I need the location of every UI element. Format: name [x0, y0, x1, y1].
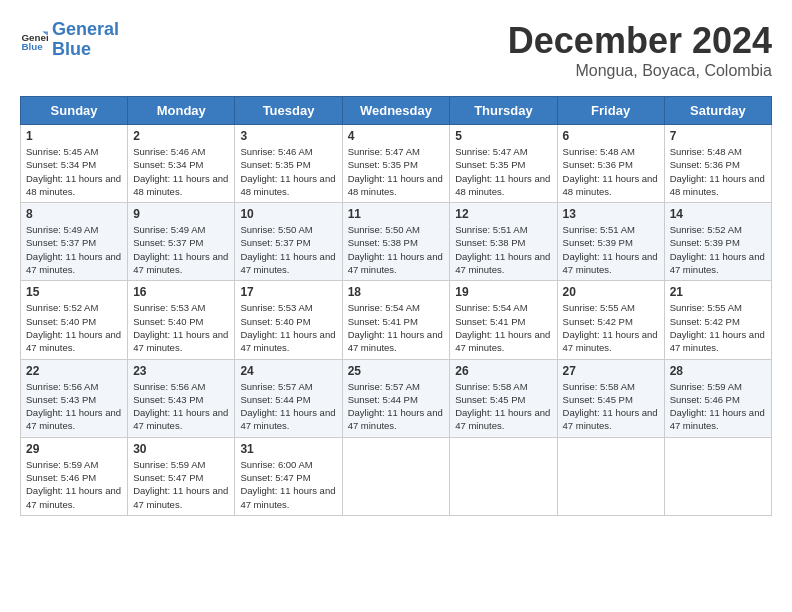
day-number: 14 — [670, 207, 766, 221]
cell-info: Sunrise: 5:49 AM Sunset: 5:37 PM Dayligh… — [26, 223, 122, 276]
day-number: 16 — [133, 285, 229, 299]
calendar-cell: 13 Sunrise: 5:51 AM Sunset: 5:39 PM Dayl… — [557, 203, 664, 281]
calendar-cell — [664, 437, 771, 515]
cell-info: Sunrise: 5:50 AM Sunset: 5:37 PM Dayligh… — [240, 223, 336, 276]
day-of-week-header: Monday — [128, 97, 235, 125]
cell-info: Sunrise: 5:55 AM Sunset: 5:42 PM Dayligh… — [563, 301, 659, 354]
day-number: 31 — [240, 442, 336, 456]
calendar-cell: 22 Sunrise: 5:56 AM Sunset: 5:43 PM Dayl… — [21, 359, 128, 437]
day-number: 17 — [240, 285, 336, 299]
calendar-week-row: 1 Sunrise: 5:45 AM Sunset: 5:34 PM Dayli… — [21, 125, 772, 203]
cell-info: Sunrise: 5:48 AM Sunset: 5:36 PM Dayligh… — [670, 145, 766, 198]
day-number: 24 — [240, 364, 336, 378]
day-number: 25 — [348, 364, 445, 378]
day-number: 11 — [348, 207, 445, 221]
calendar-cell — [342, 437, 450, 515]
calendar-cell: 7 Sunrise: 5:48 AM Sunset: 5:36 PM Dayli… — [664, 125, 771, 203]
cell-info: Sunrise: 5:53 AM Sunset: 5:40 PM Dayligh… — [240, 301, 336, 354]
cell-info: Sunrise: 5:46 AM Sunset: 5:35 PM Dayligh… — [240, 145, 336, 198]
day-number: 5 — [455, 129, 551, 143]
title-block: December 2024 Mongua, Boyaca, Colombia — [508, 20, 772, 80]
calendar-cell: 25 Sunrise: 5:57 AM Sunset: 5:44 PM Dayl… — [342, 359, 450, 437]
calendar-cell: 30 Sunrise: 5:59 AM Sunset: 5:47 PM Dayl… — [128, 437, 235, 515]
calendar-cell: 17 Sunrise: 5:53 AM Sunset: 5:40 PM Dayl… — [235, 281, 342, 359]
day-number: 15 — [26, 285, 122, 299]
cell-info: Sunrise: 6:00 AM Sunset: 5:47 PM Dayligh… — [240, 458, 336, 511]
calendar-cell: 31 Sunrise: 6:00 AM Sunset: 5:47 PM Dayl… — [235, 437, 342, 515]
calendar-cell: 16 Sunrise: 5:53 AM Sunset: 5:40 PM Dayl… — [128, 281, 235, 359]
calendar-week-row: 15 Sunrise: 5:52 AM Sunset: 5:40 PM Dayl… — [21, 281, 772, 359]
cell-info: Sunrise: 5:46 AM Sunset: 5:34 PM Dayligh… — [133, 145, 229, 198]
cell-info: Sunrise: 5:45 AM Sunset: 5:34 PM Dayligh… — [26, 145, 122, 198]
cell-info: Sunrise: 5:57 AM Sunset: 5:44 PM Dayligh… — [348, 380, 445, 433]
page-header: General Blue General Blue December 2024 … — [20, 20, 772, 80]
month-title: December 2024 — [508, 20, 772, 62]
day-number: 21 — [670, 285, 766, 299]
cell-info: Sunrise: 5:51 AM Sunset: 5:39 PM Dayligh… — [563, 223, 659, 276]
calendar-cell: 29 Sunrise: 5:59 AM Sunset: 5:46 PM Dayl… — [21, 437, 128, 515]
calendar-cell: 9 Sunrise: 5:49 AM Sunset: 5:37 PM Dayli… — [128, 203, 235, 281]
calendar-cell: 27 Sunrise: 5:58 AM Sunset: 5:45 PM Dayl… — [557, 359, 664, 437]
logo-text: General Blue — [52, 20, 119, 60]
day-number: 30 — [133, 442, 229, 456]
calendar-cell — [450, 437, 557, 515]
day-number: 29 — [26, 442, 122, 456]
cell-info: Sunrise: 5:52 AM Sunset: 5:40 PM Dayligh… — [26, 301, 122, 354]
day-number: 7 — [670, 129, 766, 143]
cell-info: Sunrise: 5:48 AM Sunset: 5:36 PM Dayligh… — [563, 145, 659, 198]
cell-info: Sunrise: 5:53 AM Sunset: 5:40 PM Dayligh… — [133, 301, 229, 354]
calendar-cell: 19 Sunrise: 5:54 AM Sunset: 5:41 PM Dayl… — [450, 281, 557, 359]
day-number: 19 — [455, 285, 551, 299]
cell-info: Sunrise: 5:55 AM Sunset: 5:42 PM Dayligh… — [670, 301, 766, 354]
cell-info: Sunrise: 5:59 AM Sunset: 5:46 PM Dayligh… — [670, 380, 766, 433]
svg-text:Blue: Blue — [21, 41, 43, 52]
cell-info: Sunrise: 5:51 AM Sunset: 5:38 PM Dayligh… — [455, 223, 551, 276]
day-number: 12 — [455, 207, 551, 221]
day-number: 27 — [563, 364, 659, 378]
calendar-cell — [557, 437, 664, 515]
calendar-cell: 3 Sunrise: 5:46 AM Sunset: 5:35 PM Dayli… — [235, 125, 342, 203]
cell-info: Sunrise: 5:54 AM Sunset: 5:41 PM Dayligh… — [455, 301, 551, 354]
calendar-week-row: 29 Sunrise: 5:59 AM Sunset: 5:46 PM Dayl… — [21, 437, 772, 515]
cell-info: Sunrise: 5:54 AM Sunset: 5:41 PM Dayligh… — [348, 301, 445, 354]
day-of-week-header: Thursday — [450, 97, 557, 125]
day-number: 4 — [348, 129, 445, 143]
day-number: 10 — [240, 207, 336, 221]
calendar-cell: 11 Sunrise: 5:50 AM Sunset: 5:38 PM Dayl… — [342, 203, 450, 281]
day-of-week-header: Saturday — [664, 97, 771, 125]
calendar-cell: 21 Sunrise: 5:55 AM Sunset: 5:42 PM Dayl… — [664, 281, 771, 359]
day-number: 23 — [133, 364, 229, 378]
day-number: 18 — [348, 285, 445, 299]
location-title: Mongua, Boyaca, Colombia — [508, 62, 772, 80]
day-number: 1 — [26, 129, 122, 143]
day-number: 6 — [563, 129, 659, 143]
cell-info: Sunrise: 5:52 AM Sunset: 5:39 PM Dayligh… — [670, 223, 766, 276]
day-of-week-header: Wednesday — [342, 97, 450, 125]
day-number: 20 — [563, 285, 659, 299]
day-number: 22 — [26, 364, 122, 378]
calendar-cell: 15 Sunrise: 5:52 AM Sunset: 5:40 PM Dayl… — [21, 281, 128, 359]
day-number: 28 — [670, 364, 766, 378]
calendar-cell: 23 Sunrise: 5:56 AM Sunset: 5:43 PM Dayl… — [128, 359, 235, 437]
calendar-cell: 28 Sunrise: 5:59 AM Sunset: 5:46 PM Dayl… — [664, 359, 771, 437]
calendar-week-row: 8 Sunrise: 5:49 AM Sunset: 5:37 PM Dayli… — [21, 203, 772, 281]
logo-icon: General Blue — [20, 26, 48, 54]
cell-info: Sunrise: 5:58 AM Sunset: 5:45 PM Dayligh… — [563, 380, 659, 433]
day-of-week-header: Sunday — [21, 97, 128, 125]
day-number: 2 — [133, 129, 229, 143]
calendar-cell: 2 Sunrise: 5:46 AM Sunset: 5:34 PM Dayli… — [128, 125, 235, 203]
cell-info: Sunrise: 5:50 AM Sunset: 5:38 PM Dayligh… — [348, 223, 445, 276]
cell-info: Sunrise: 5:56 AM Sunset: 5:43 PM Dayligh… — [133, 380, 229, 433]
calendar-table: SundayMondayTuesdayWednesdayThursdayFrid… — [20, 96, 772, 516]
cell-info: Sunrise: 5:58 AM Sunset: 5:45 PM Dayligh… — [455, 380, 551, 433]
cell-info: Sunrise: 5:47 AM Sunset: 5:35 PM Dayligh… — [348, 145, 445, 198]
cell-info: Sunrise: 5:47 AM Sunset: 5:35 PM Dayligh… — [455, 145, 551, 198]
calendar-cell: 4 Sunrise: 5:47 AM Sunset: 5:35 PM Dayli… — [342, 125, 450, 203]
calendar-cell: 12 Sunrise: 5:51 AM Sunset: 5:38 PM Dayl… — [450, 203, 557, 281]
day-of-week-header: Friday — [557, 97, 664, 125]
cell-info: Sunrise: 5:59 AM Sunset: 5:46 PM Dayligh… — [26, 458, 122, 511]
calendar-header-row: SundayMondayTuesdayWednesdayThursdayFrid… — [21, 97, 772, 125]
calendar-cell: 5 Sunrise: 5:47 AM Sunset: 5:35 PM Dayli… — [450, 125, 557, 203]
cell-info: Sunrise: 5:57 AM Sunset: 5:44 PM Dayligh… — [240, 380, 336, 433]
day-number: 8 — [26, 207, 122, 221]
